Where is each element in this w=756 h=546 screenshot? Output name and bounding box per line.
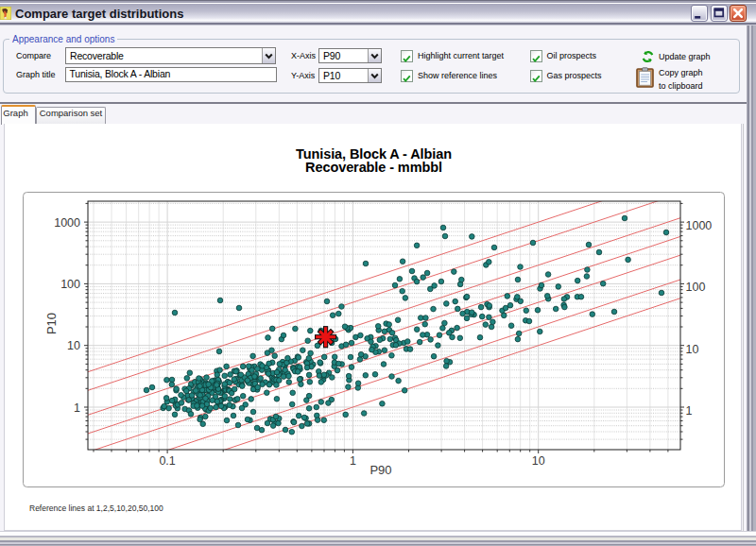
svg-text:1000: 1000 bbox=[54, 216, 80, 230]
svg-text:1: 1 bbox=[686, 404, 693, 418]
svg-text:0.1: 0.1 bbox=[159, 454, 175, 468]
svg-text:P10: P10 bbox=[44, 313, 59, 334]
svg-text:10: 10 bbox=[67, 339, 80, 352]
svg-text:1: 1 bbox=[74, 401, 80, 415]
svg-text:P90: P90 bbox=[369, 463, 391, 477]
svg-text:1000: 1000 bbox=[686, 219, 713, 232]
svg-text:10: 10 bbox=[686, 343, 699, 356]
svg-text:100: 100 bbox=[60, 278, 80, 291]
svg-text:10: 10 bbox=[532, 454, 545, 468]
svg-text:100: 100 bbox=[686, 281, 706, 294]
svg-text:1: 1 bbox=[350, 454, 356, 468]
